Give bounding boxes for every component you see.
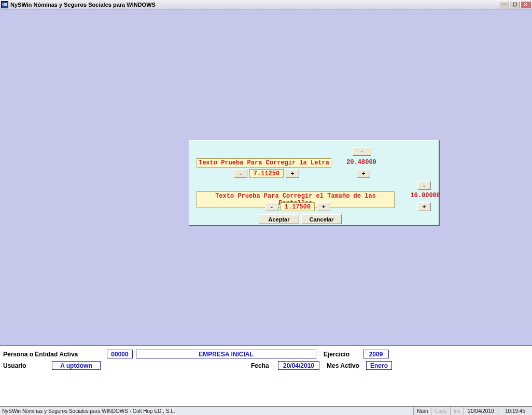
screen-controls: - 1.17500 + (265, 202, 330, 211)
maximize-button[interactable]: ☐ (510, 1, 520, 8)
status-date: 20/04/2010 (464, 407, 498, 415)
ejercicio-field[interactable]: 2009 (363, 350, 389, 358)
status-time: 10:19:45 (498, 407, 532, 415)
minimize-button[interactable]: — (499, 1, 509, 8)
usuario-label: Usuario (3, 362, 52, 369)
window-title: NySWin Nóminas y Seguros Sociales para W… (10, 2, 156, 8)
close-button[interactable]: ✕ (521, 1, 531, 8)
entity-name-field[interactable]: EMPRESA INICIAL (136, 350, 316, 358)
status-caps: Caps (431, 407, 450, 415)
screen-plus-button[interactable]: + (317, 202, 330, 211)
ejercicio-label: Ejercicio (324, 351, 363, 358)
settings-dialog: - Texto Prueba Para Corregir la Letra - … (189, 140, 440, 226)
screen-side-minus-button[interactable]: - (417, 181, 431, 190)
fecha-label: Fecha (251, 362, 278, 369)
status-ins: Ins (450, 407, 464, 415)
statusbar: NySWin Nóminas y Seguros Sociales para W… (0, 406, 532, 415)
letter-controls: - 7.11250 + (234, 169, 299, 178)
mes-field[interactable]: Enero (366, 361, 392, 370)
letter-plus-button[interactable]: + (286, 169, 299, 178)
screen-side-plus-button[interactable]: + (417, 202, 431, 211)
titlebar: NS NySWin Nóminas y Seguros Sociales par… (0, 0, 532, 9)
screen-side-value: 16.00000 (406, 192, 440, 199)
letter-side-plus-button[interactable]: + (357, 169, 370, 178)
entity-code-field[interactable]: 00000 (107, 350, 133, 358)
screen-value: 1.17500 (281, 202, 315, 211)
workarea: - Texto Prueba Para Corregir la Letra - … (0, 9, 532, 345)
letter-side-value: 20.48000 (344, 159, 379, 166)
fecha-field[interactable]: 20/04/2010 (278, 361, 319, 370)
usuario-field[interactable]: A uptdown (52, 361, 101, 370)
accept-button[interactable]: Aceptar (259, 214, 299, 224)
cancel-button[interactable]: Cancelar (301, 214, 342, 224)
app-icon: NS (1, 1, 8, 8)
status-num: Num (413, 407, 431, 415)
letter-banner: Texto Prueba Para Corregir la Letra (197, 158, 331, 168)
screen-minus-button[interactable]: - (265, 202, 278, 211)
letter-minus-button[interactable]: - (234, 169, 247, 178)
info-panel: Persona o Entidad Activa 00000 EMPRESA I… (0, 345, 532, 406)
entity-label: Persona o Entidad Activa (3, 351, 107, 358)
mes-label: Mes Activo (327, 362, 366, 369)
status-text: NySWin Nóminas y Seguros Sociales para W… (0, 408, 413, 414)
top-indicator[interactable]: - (353, 147, 371, 156)
letter-value: 7.11250 (249, 169, 284, 178)
